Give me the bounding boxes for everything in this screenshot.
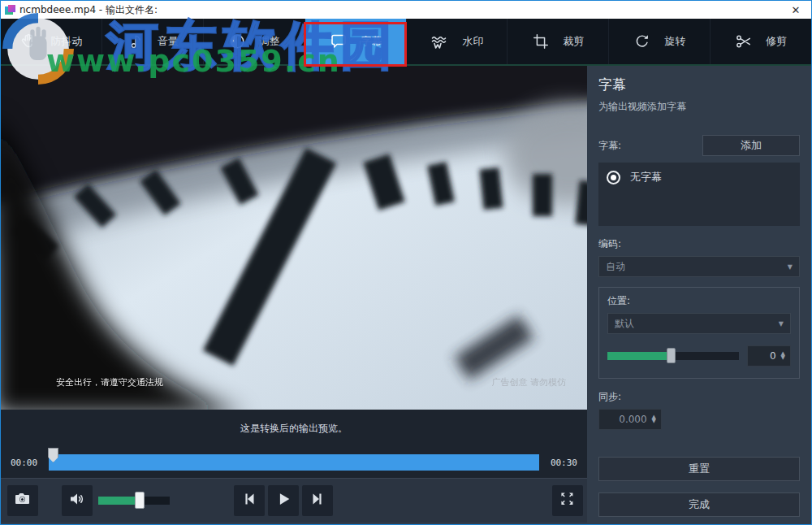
player-controls (1, 478, 587, 523)
encoding-value: 自动 (606, 260, 625, 274)
tab-trim[interactable]: 修剪 (710, 19, 811, 64)
sync-stepper[interactable]: 0.000 ▲ ▼ (598, 409, 662, 430)
tab-label: 防抖动 (50, 34, 82, 49)
seek-bar[interactable] (49, 454, 539, 471)
speaker-icon (67, 489, 87, 512)
volume-handle[interactable] (135, 492, 145, 509)
hand-stabilize-icon (19, 33, 37, 50)
app-icon (5, 5, 15, 15)
spin-down-icon[interactable]: ▼ (652, 419, 656, 423)
position-offset-value: 0 (753, 350, 776, 362)
sync-label: 同步: (598, 390, 800, 404)
rotate-icon (633, 33, 651, 50)
preview-column: 安全出行，请遵守交通法规 广告创意 请勿模仿 这是转换后的输出预览。 00:00… (1, 66, 587, 524)
tab-adjust[interactable]: 调整 (204, 19, 305, 64)
position-slider[interactable] (607, 352, 739, 360)
preview-message: 这是转换后的输出预览。 (240, 422, 348, 436)
tab-watermark[interactable]: 水印 (407, 19, 508, 64)
position-offset-stepper[interactable]: 0 ▲ ▼ (747, 345, 791, 367)
scissors-icon (735, 33, 753, 50)
tab-subtitles[interactable]: 字幕 (305, 19, 407, 64)
no-subtitles-radio[interactable] (607, 171, 620, 184)
mute-button[interactable] (62, 485, 93, 516)
panel-description: 为输出视频添加字幕 (598, 100, 800, 114)
fullscreen-icon (559, 490, 577, 511)
window-title: ncmbdeee.mp4 - 输出文件名: (19, 3, 158, 17)
volume-slider[interactable] (98, 497, 170, 505)
position-label: 位置: (607, 294, 791, 308)
toolbar: 防抖动 音量 调整 字幕 水印 裁剪 旋转 修剪 (1, 19, 811, 66)
chevron-down-icon: ▼ (788, 263, 793, 271)
position-group: 位置: 默认 ▼ 0 ▲ ▼ (598, 287, 800, 379)
snapshot-button[interactable] (7, 485, 38, 516)
play-button[interactable] (268, 485, 299, 516)
volume-fill (98, 497, 140, 505)
reset-button[interactable]: 重置 (598, 457, 800, 481)
encoding-label: 编码: (598, 237, 800, 251)
timeline: 00:00 00:30 (1, 447, 587, 478)
position-slider-handle[interactable] (667, 348, 676, 363)
tab-label: 字幕 (361, 34, 382, 49)
tab-label: 旋转 (664, 34, 685, 49)
subtitles-panel: 字幕 为输出视频添加字幕 字幕: 添加 无字幕 编码: 自动 ▼ 位置: (587, 66, 811, 524)
video-caption-left: 安全出行，请遵守交通法规 (56, 376, 163, 388)
skip-back-icon (240, 490, 258, 511)
video-preview: 安全出行，请遵守交通法规 广告创意 请勿模仿 (1, 66, 587, 410)
tab-label: 裁剪 (563, 34, 584, 49)
no-subtitles-label: 无字幕 (630, 170, 662, 184)
subtitle-list: 无字幕 (598, 163, 800, 226)
time-current: 00:00 (11, 458, 37, 468)
previous-frame-button[interactable] (234, 485, 265, 516)
title-bar: ncmbdeee.mp4 - 输出文件名: ✕ (1, 1, 811, 19)
position-value: 默认 (615, 317, 634, 331)
crop-icon (532, 33, 550, 50)
speech-bubble-icon (329, 32, 348, 51)
next-frame-button[interactable] (302, 485, 333, 516)
tab-stabilize[interactable]: 防抖动 (1, 19, 102, 64)
music-note-icon (127, 33, 145, 50)
watermark-icon (430, 32, 449, 51)
position-select[interactable]: 默认 ▼ (607, 313, 791, 334)
app-window: ncmbdeee.mp4 - 输出文件名: ✕ 防抖动 音量 调整 字幕 水印 … (0, 0, 812, 525)
tab-label: 水印 (462, 34, 483, 49)
position-slider-fill (607, 352, 671, 360)
tab-crop[interactable]: 裁剪 (508, 19, 609, 64)
done-button[interactable]: 完成 (598, 492, 800, 517)
tab-rotate[interactable]: 旋转 (609, 19, 710, 64)
contrast-icon (228, 33, 246, 50)
spin-down-icon[interactable]: ▼ (781, 356, 785, 360)
camera-icon (13, 489, 32, 512)
sync-value: 0.000 (604, 414, 647, 425)
encoding-select[interactable]: 自动 ▼ (598, 256, 800, 277)
fullscreen-button[interactable] (552, 485, 583, 516)
video-caption-right: 广告创意 请勿模仿 (492, 376, 567, 388)
close-icon[interactable]: ✕ (784, 2, 807, 18)
skip-forward-icon (309, 490, 326, 511)
tab-label: 音量 (158, 34, 179, 49)
play-icon (274, 490, 292, 511)
add-subtitle-button[interactable]: 添加 (702, 135, 800, 156)
preview-message-bar: 这是转换后的输出预览。 (1, 410, 587, 447)
subtitles-label: 字幕: (598, 139, 621, 153)
panel-title: 字幕 (598, 76, 800, 94)
tab-volume[interactable]: 音量 (102, 19, 204, 64)
time-total: 00:30 (551, 458, 577, 468)
tab-label: 修剪 (766, 34, 787, 49)
tab-label: 调整 (259, 34, 280, 49)
chevron-down-icon: ▼ (779, 320, 784, 328)
video-frame (1, 66, 587, 410)
main-area: 安全出行，请遵守交通法规 广告创意 请勿模仿 这是转换后的输出预览。 00:00… (1, 66, 811, 524)
no-subtitles-option[interactable]: 无字幕 (607, 170, 792, 184)
